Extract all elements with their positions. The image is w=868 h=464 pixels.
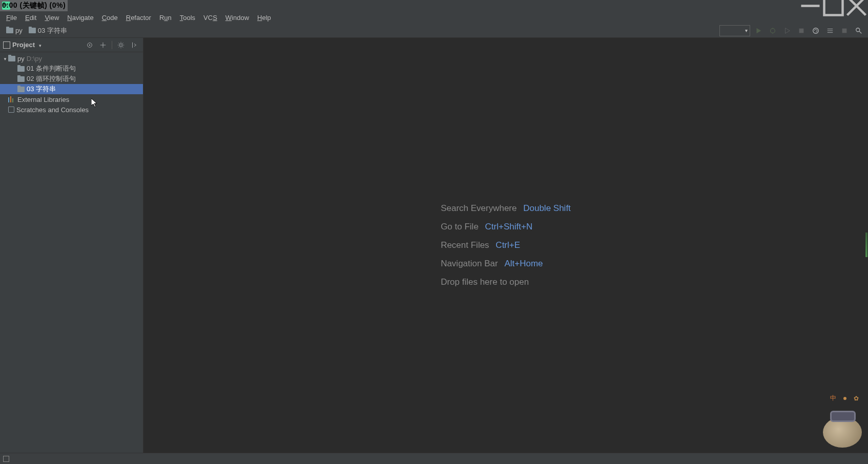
hint-navigation-bar: Navigation Bar Alt+Home (441, 259, 571, 269)
search-button[interactable] (853, 25, 865, 37)
locate-file-button[interactable] (84, 39, 95, 51)
folder-node-selected[interactable]: 03 字符串 (0, 84, 143, 94)
folder-icon (17, 87, 25, 92)
svg-point-18 (89, 45, 90, 46)
hint-shortcut: Ctrl+Shift+N (485, 222, 533, 231)
folder-icon (8, 56, 15, 61)
hint-recent-files: Recent Files Ctrl+E (441, 240, 571, 250)
expand-arrow-icon[interactable] (2, 56, 8, 61)
ide-settings-button[interactable] (824, 25, 836, 37)
svg-marker-8 (786, 28, 790, 33)
folder-icon (6, 28, 13, 33)
folder-label: 03 字符串 (27, 85, 56, 94)
project-panel-title: Project (12, 41, 35, 49)
breadcrumb-root-label: py (15, 27, 23, 34)
svg-point-21 (119, 44, 122, 46)
hint-goto-file: Go to File Ctrl+Shift+N (441, 222, 571, 232)
debug-button (767, 25, 779, 37)
menu-file[interactable]: File (2, 13, 21, 23)
project-pane-icon (3, 41, 10, 49)
svg-line-16 (859, 31, 861, 33)
menu-vcs[interactable]: VCS (199, 13, 221, 23)
hint-drop-files: Drop files here to open (441, 277, 571, 287)
hint-label: Search Everywhere (441, 203, 516, 213)
hint-label: Navigation Bar (441, 259, 498, 268)
external-libraries-label: External Libraries (17, 96, 69, 103)
window-controls (799, 0, 868, 11)
scratches-node[interactable]: Scratches and Consoles (0, 104, 143, 115)
ime-indicator: 中 ✿ (830, 394, 859, 403)
editor-hints: Search Everywhere Double Shift Go to Fil… (441, 195, 571, 296)
ime-dot-icon (843, 397, 846, 400)
hint-label: Go to File (441, 222, 479, 231)
project-panel-header: Project (0, 38, 143, 52)
project-tree: py D:\py 01 条件判断语句 02 循环控制语句 03 字符串 Exte… (0, 52, 143, 453)
folder-label: 01 条件判断语句 (27, 64, 76, 73)
menu-code[interactable]: Code (98, 13, 122, 23)
breadcrumb-root[interactable]: py (3, 26, 26, 35)
hint-label: Drop files here to open (441, 277, 529, 287)
svg-rect-1 (824, 0, 843, 15)
window-titlebar: 0:00 (关键帧) (0%) (0, 0, 868, 11)
search-everywhere-button (838, 25, 851, 37)
svg-point-15 (856, 28, 860, 31)
status-bar (0, 453, 868, 464)
close-button[interactable] (845, 0, 868, 11)
menu-help[interactable]: Help (253, 13, 275, 23)
scratches-label: Scratches and Consoles (16, 106, 89, 114)
update-project-button[interactable] (810, 25, 822, 37)
run-with-coverage-button (781, 25, 793, 37)
ime-paw-icon: ✿ (854, 395, 859, 402)
folder-icon (29, 28, 36, 33)
project-name-label: py (17, 55, 25, 62)
stop-button (795, 25, 808, 37)
external-libraries-node[interactable]: External Libraries (0, 94, 143, 104)
project-sidebar: Project py D:\py 01 条件判断语句 02 循环控制语句 (0, 38, 143, 453)
menu-run[interactable]: Run (155, 13, 176, 23)
svg-marker-4 (757, 28, 761, 33)
svg-line-29 (119, 46, 120, 47)
expand-all-button[interactable] (97, 39, 109, 51)
folder-label: 02 循环控制语句 (27, 74, 76, 83)
tool-windows-toggle-button[interactable] (3, 456, 9, 462)
run-button (752, 25, 764, 37)
menu-tools[interactable]: Tools (176, 13, 199, 23)
svg-rect-14 (842, 28, 847, 33)
menu-edit[interactable]: Edit (21, 13, 40, 23)
hint-shortcut: Alt+Home (504, 259, 543, 268)
hint-search-everywhere: Search Everywhere Double Shift (441, 203, 571, 214)
scratch-icon (8, 107, 14, 113)
svg-line-27 (122, 46, 123, 47)
minimize-button[interactable] (799, 0, 822, 11)
menu-navigate[interactable]: Navigate (63, 13, 97, 23)
hide-panel-button[interactable] (129, 39, 140, 51)
maximize-button[interactable] (822, 0, 845, 11)
separator (112, 41, 112, 49)
project-root-node[interactable]: py D:\py (0, 53, 143, 64)
folder-node[interactable]: 01 条件判断语句 (0, 64, 143, 74)
editor-empty-area[interactable]: Search Everywhere Double Shift Go to Fil… (143, 38, 868, 453)
memory-indicator[interactable] (865, 232, 868, 258)
main-area: Project py D:\py 01 条件判断语句 02 循环控制语句 (0, 38, 868, 453)
menubar: File Edit View Navigate Code Refactor Ru… (0, 11, 868, 24)
navigation-bar: py 03 字符串 (0, 24, 868, 38)
menu-refactor[interactable]: Refactor (122, 13, 155, 23)
breadcrumb-current-label: 03 字符串 (38, 26, 67, 35)
video-overlay-text: 0:00 (关键帧) (0%) (0, 0, 68, 11)
ime-lang-label: 中 (830, 394, 836, 403)
breadcrumb-current[interactable]: 03 字符串 (26, 25, 70, 36)
hint-label: Recent Files (441, 240, 489, 250)
svg-point-10 (813, 28, 819, 33)
menu-window[interactable]: Window (221, 13, 253, 23)
svg-rect-9 (799, 28, 804, 33)
svg-point-5 (771, 28, 775, 33)
panel-settings-button[interactable] (115, 39, 127, 51)
folder-node[interactable]: 02 循环控制语句 (0, 74, 143, 84)
menu-view[interactable]: View (40, 13, 63, 23)
toolbar-right (719, 25, 865, 37)
svg-line-28 (122, 43, 123, 44)
project-view-dropdown[interactable] (37, 41, 42, 49)
hint-shortcut: Ctrl+E (495, 240, 520, 250)
folder-icon (17, 76, 25, 82)
run-configuration-selector[interactable] (719, 25, 750, 36)
